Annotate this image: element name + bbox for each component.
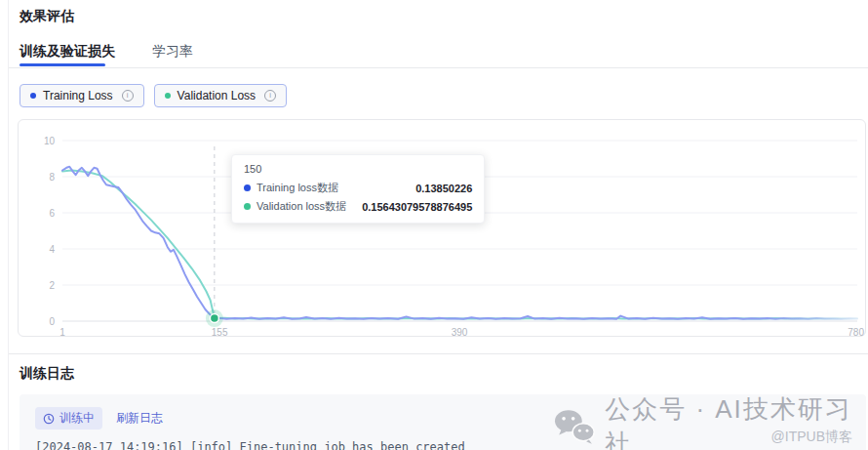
tooltip-training-label: Training loss数据 bbox=[256, 181, 338, 195]
page-title: 效果评估 bbox=[20, 8, 74, 25]
section-divider bbox=[9, 353, 868, 354]
tooltip-validation-row: Validation loss数据 0.15643079578876495 bbox=[244, 199, 472, 214]
tooltip-training-row: Training loss数据 0.13850226 bbox=[244, 181, 472, 195]
y-axis-tick-label: 2 bbox=[49, 280, 55, 291]
chart-tooltip: 150 Training loss数据 0.13850226 Validatio… bbox=[231, 154, 485, 224]
info-icon[interactable]: i bbox=[122, 90, 134, 102]
y-axis-tick-label: 6 bbox=[49, 208, 55, 219]
chart-legend: Training Loss i Validation Loss i bbox=[20, 84, 287, 107]
x-axis-tick-label: 780 bbox=[848, 327, 864, 336]
x-axis-tick-label: 390 bbox=[452, 327, 468, 336]
legend-training-label: Training Loss bbox=[43, 89, 113, 102]
y-axis-tick-label: 8 bbox=[49, 172, 55, 183]
training-loss-dot bbox=[30, 93, 36, 99]
watermark-byline: @ITPUB博客 bbox=[771, 429, 852, 446]
training-log-title: 训练日志 bbox=[20, 365, 74, 383]
legend-validation-label: Validation Loss bbox=[178, 89, 256, 102]
status-badge-label: 训练中 bbox=[59, 410, 95, 427]
y-axis-tick-label: 10 bbox=[44, 136, 56, 146]
x-axis-tick-label: 1 bbox=[59, 327, 65, 336]
clock-icon bbox=[43, 413, 55, 425]
tooltip-validation-value: 0.15643079578876495 bbox=[346, 201, 472, 213]
highlight-marker[interactable] bbox=[210, 314, 218, 323]
tooltip-training-value: 0.13850226 bbox=[400, 183, 472, 194]
validation-loss-dot bbox=[165, 93, 171, 99]
x-axis-tick-label: 155 bbox=[212, 327, 228, 336]
loss-line-chart[interactable]: 02468101155390780 bbox=[19, 120, 867, 336]
y-axis-tick-label: 0 bbox=[49, 316, 55, 327]
loss-chart-card: 02468101155390780 bbox=[18, 119, 866, 337]
evaluation-page: 效果评估 训练及验证损失 学习率 Training Loss i Validat… bbox=[0, 0, 868, 450]
refresh-log-link[interactable]: 刷新日志 bbox=[116, 410, 163, 427]
validation-loss-dot bbox=[244, 203, 251, 210]
legend-validation-loss-button[interactable]: Validation Loss i bbox=[154, 84, 288, 107]
tab-learning-rate[interactable]: 学习率 bbox=[152, 43, 193, 70]
y-axis-tick-label: 4 bbox=[49, 244, 55, 255]
training-loss-dot bbox=[244, 184, 251, 191]
tooltip-validation-label: Validation loss数据 bbox=[256, 199, 346, 214]
active-tab-underline bbox=[20, 63, 105, 66]
info-icon[interactable]: i bbox=[264, 90, 276, 102]
training-status-badge: 训练中 bbox=[35, 407, 102, 430]
tabs-divider bbox=[9, 67, 868, 68]
wechat-icon bbox=[554, 408, 595, 445]
tooltip-step: 150 bbox=[244, 163, 472, 175]
legend-training-loss-button[interactable]: Training Loss i bbox=[20, 84, 144, 107]
